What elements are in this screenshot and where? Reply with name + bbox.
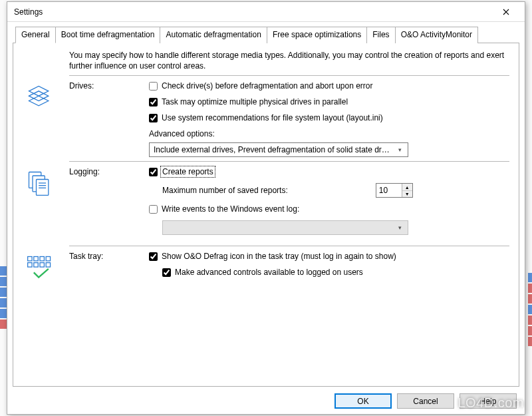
help-button[interactable]: Help xyxy=(460,393,517,409)
tab-files[interactable]: Files xyxy=(366,27,395,43)
svg-rect-12 xyxy=(40,263,44,267)
svg-rect-6 xyxy=(28,257,32,261)
svg-rect-9 xyxy=(46,257,50,261)
client-area: General Boot time defragmentation Automa… xyxy=(7,22,525,414)
task-tray-label: Task tray: xyxy=(69,252,149,261)
tab-activity-monitor[interactable]: O&O ActivityMonitor xyxy=(395,27,478,43)
tab-general[interactable]: General xyxy=(15,27,56,43)
advanced-options-dropdown[interactable]: Include external drives, Prevent defragm… xyxy=(149,142,408,157)
layout-ini-label: Use system recommendations for file syst… xyxy=(162,113,383,122)
separator xyxy=(69,246,509,246)
tab-automatic[interactable]: Automatic defragmentation xyxy=(160,27,267,43)
write-eventlog-checkbox[interactable] xyxy=(149,205,158,214)
create-reports-label: Create reports xyxy=(162,167,214,176)
svg-rect-7 xyxy=(34,257,38,261)
check-drive-before-checkbox[interactable] xyxy=(149,82,158,91)
spinner-up-button[interactable]: ▲ xyxy=(402,184,412,191)
window-title: Settings xyxy=(14,7,493,17)
spinner-down-button[interactable]: ▼ xyxy=(402,191,412,198)
close-button[interactable] xyxy=(493,3,519,21)
settings-dialog: Settings General Boot time defragmentati… xyxy=(7,1,525,415)
drives-label: Drives: xyxy=(69,81,149,91)
max-reports-spinner[interactable]: ▲ ▼ xyxy=(376,183,413,198)
max-reports-input[interactable] xyxy=(376,184,402,197)
reports-icon xyxy=(25,168,55,198)
write-eventlog-label: Write events to the Windows event log: xyxy=(162,204,299,214)
show-tray-icon-checkbox[interactable] xyxy=(149,252,158,261)
chevron-down-icon: ▾ xyxy=(394,224,405,231)
advanced-options-label: Advanced options: xyxy=(149,129,509,138)
advanced-options-value: Include external drives, Prevent defragm… xyxy=(154,145,394,154)
svg-rect-13 xyxy=(46,263,50,267)
separator xyxy=(69,75,509,76)
titlebar: Settings xyxy=(7,2,525,22)
eventlog-level-dropdown: ▾ xyxy=(162,220,408,235)
ok-button[interactable]: OK xyxy=(334,393,392,409)
layout-ini-checkbox[interactable] xyxy=(149,114,158,122)
dialog-button-row: OK Cancel Help xyxy=(13,387,519,409)
advanced-controls-checkbox[interactable] xyxy=(162,268,171,277)
cancel-button[interactable]: Cancel xyxy=(397,393,454,409)
chevron-down-icon: ▾ xyxy=(394,146,405,153)
advanced-controls-label: Make advanced controls available to logg… xyxy=(175,268,363,277)
separator xyxy=(69,161,509,162)
check-drive-before-label: Check drive(s) before defragmentation an… xyxy=(162,81,373,91)
svg-rect-8 xyxy=(40,257,44,261)
parallel-drives-label: Task may optimize multiple physical driv… xyxy=(162,97,348,106)
drives-icon xyxy=(25,83,55,112)
intro-text: You may specify how to handle different … xyxy=(69,50,509,71)
svg-rect-10 xyxy=(28,263,32,267)
logging-label: Logging: xyxy=(69,167,149,176)
tab-free-space[interactable]: Free space optimizations xyxy=(267,27,367,43)
max-reports-label: Maximum number of saved reports: xyxy=(162,186,288,195)
create-reports-checkbox[interactable] xyxy=(149,168,158,176)
parallel-drives-checkbox[interactable] xyxy=(149,98,158,106)
show-tray-icon-label: Show O&O Defrag icon in the task tray (m… xyxy=(162,252,396,261)
tab-content-general: You may specify how to handle different … xyxy=(13,43,519,387)
svg-rect-11 xyxy=(34,263,38,267)
svg-rect-2 xyxy=(37,180,49,196)
tab-boot-time[interactable]: Boot time defragmentation xyxy=(55,27,161,43)
task-tray-icon xyxy=(25,253,55,282)
tabstrip: General Boot time defragmentation Automa… xyxy=(15,27,519,43)
